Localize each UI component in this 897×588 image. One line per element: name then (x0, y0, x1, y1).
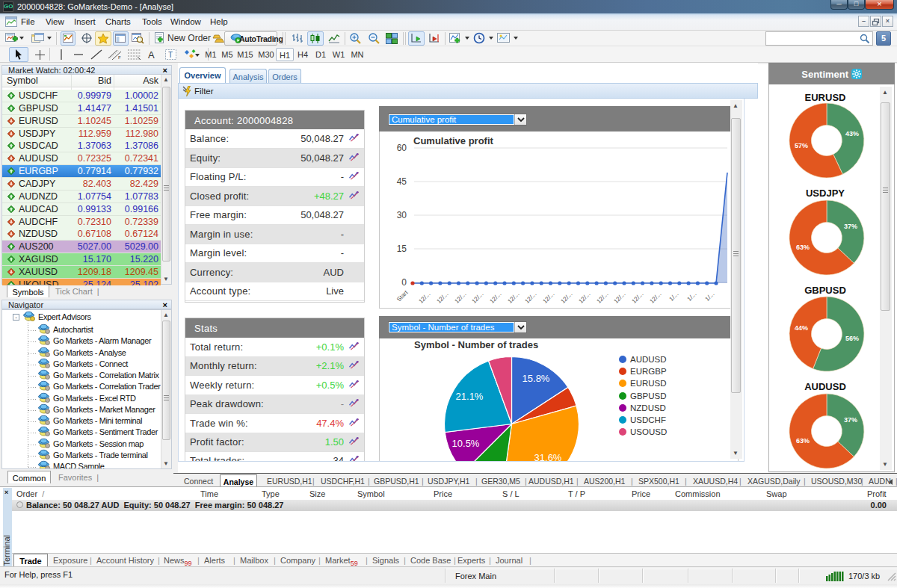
svg-text:F: F (118, 55, 121, 60)
svg-text:12/...: 12/... (453, 291, 467, 305)
svg-text:31.6%: 31.6% (534, 452, 562, 461)
svg-text:43%: 43% (845, 130, 859, 137)
svg-text:12/...: 12/... (577, 291, 591, 305)
svg-text:1/...: 1/... (704, 291, 716, 303)
svg-text:12/...: 12/... (470, 291, 484, 305)
svg-text:30: 30 (397, 210, 407, 220)
svg-text:EURGBP: EURGBP (630, 367, 667, 376)
svg-text:21.1%: 21.1% (456, 391, 484, 402)
svg-text:USOUSD: USOUSD (630, 427, 667, 436)
svg-text:12/...: 12/... (595, 291, 609, 305)
svg-text:12/...: 12/... (506, 291, 520, 305)
svg-text:15.8%: 15.8% (523, 373, 550, 384)
svg-text:12/...: 12/... (488, 291, 502, 305)
svg-text:63%: 63% (796, 244, 810, 251)
svg-text:10.5%: 10.5% (452, 438, 480, 449)
svg-text:1/...: 1/... (686, 291, 698, 303)
svg-text:12/...: 12/... (417, 291, 431, 305)
svg-text:60: 60 (397, 143, 407, 153)
svg-text:AUDUSD: AUDUSD (630, 355, 667, 364)
svg-text:Symbol - Number of trades: Symbol - Number of trades (414, 339, 538, 350)
svg-text:44%: 44% (795, 324, 808, 332)
svg-text:63%: 63% (796, 437, 810, 445)
svg-text:45: 45 (397, 176, 407, 187)
svg-text:37%: 37% (844, 223, 857, 230)
svg-text:12/...: 12/... (541, 291, 555, 305)
svg-text:12/...: 12/... (559, 291, 573, 305)
svg-text:Start: Start (395, 289, 410, 303)
svg-text:56%: 56% (845, 335, 859, 342)
svg-text:37%: 37% (844, 416, 857, 424)
svg-text:15: 15 (397, 244, 407, 254)
svg-text:NZDUSD: NZDUSD (630, 403, 666, 412)
svg-text:1/...: 1/... (668, 291, 680, 303)
svg-text:GBPUSD: GBPUSD (630, 392, 667, 400)
svg-text:12/...: 12/... (630, 291, 644, 305)
svg-text:12/...: 12/... (523, 291, 537, 305)
svg-text:Cumulative profit: Cumulative profit (413, 135, 494, 146)
svg-text:12/...: 12/... (648, 291, 662, 305)
svg-text:T: T (168, 51, 173, 59)
svg-text:12/...: 12/... (612, 291, 626, 305)
svg-text:0: 0 (401, 277, 407, 288)
svg-text:57%: 57% (795, 142, 808, 149)
svg-text:EURUSD: EURUSD (630, 379, 667, 388)
svg-text:12/...: 12/... (435, 291, 449, 305)
svg-text:USDCHF: USDCHF (630, 415, 666, 424)
